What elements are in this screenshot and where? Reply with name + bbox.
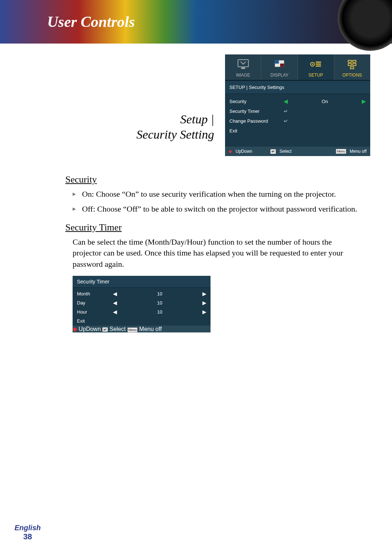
bullet-item: On: Choose “On” to use security verifica… [73,189,359,200]
svg-rect-13 [353,64,356,65]
tab-setup[interactable]: SETUP [298,54,334,80]
timer-item-action: ◀ 10 ▶ [113,300,206,306]
timer-item-hour[interactable]: Hour ◀ 10 ▶ [77,307,206,316]
subheading-security: Security [65,174,370,185]
arrow-right-icon[interactable]: ▶ [203,300,206,306]
osd-item-label: Security [229,99,284,104]
tab-display[interactable]: DISPLAY [261,54,298,80]
page-header: User Controls [0,0,392,44]
osd-item-label: Change Password [229,118,284,124]
timer-item-day[interactable]: Day ◀ 10 ▶ [77,298,206,307]
timer-item-action: ◀ 10 ▶ [113,291,206,297]
tab-options[interactable]: OPTIONS [334,54,370,80]
header-title: User Controls [47,13,135,30]
timer-item-month[interactable]: Month ◀ 10 ▶ [77,289,206,298]
timer-osd-legend: ◆ UpDown ↵ Select Menu Menu off [73,326,211,332]
timer-item-exit[interactable]: Exit [77,316,206,326]
timer-item-value: 10 [157,300,162,306]
timer-osd-items: Month ◀ 10 ▶ Day ◀ 10 ▶ Hour ◀ [73,288,211,326]
legend-select: Select [110,326,126,332]
arrow-right-icon[interactable]: ▶ [203,309,206,315]
osd-item-value: On [322,99,328,104]
timer-item-label: Hour [77,309,113,315]
osd-item-label: Exit [229,128,284,134]
osd-item-label: Security Timer [229,109,284,114]
legend-updown: UpDown [236,149,252,154]
osd-item-change-password[interactable]: Change Password ↵ [229,116,366,126]
svg-rect-4 [280,64,284,67]
tab-image[interactable]: IMAGE [225,54,261,80]
security-bullets: On: Choose “On” to use security verifica… [73,189,359,215]
setup-icon [298,57,334,72]
footer-page-number: 38 [15,532,41,541]
svg-rect-3 [275,60,279,64]
updown-icon: ◆ [229,149,232,154]
osd-tabs: IMAGE DISPLAY SETUP [225,54,370,81]
menu-key-icon: Menu [336,149,346,154]
timer-osd: Security Timer Month ◀ 10 ▶ Day ◀ 10 ▶ H [73,276,211,332]
svg-rect-0 [238,60,248,67]
osd-item-action: ↵ [284,118,366,124]
osd-item-security-timer[interactable]: Security Timer ↵ [229,106,366,116]
options-icon [334,57,370,72]
svg-point-6 [312,64,313,65]
svg-rect-7 [316,62,321,63]
osd-breadcrumb: SETUP | Security Settings [225,81,370,94]
legend-updown: UpDown [78,326,101,332]
arrow-right-icon[interactable]: ▶ [203,291,206,297]
page-content: Setup | Security Setting IMAGE DISPLAY [0,44,392,343]
arrow-left-icon[interactable]: ◀ [284,98,288,104]
tab-label: IMAGE [225,73,261,78]
lens-graphic [338,0,392,51]
bullet-item: Off: Choose “Off” to be able to switch o… [73,204,359,215]
legend-select: Select [279,149,291,154]
arrow-left-icon[interactable]: ◀ [113,300,117,306]
osd-item-action: ↵ [284,109,366,114]
legend-menuoff: Menu off [350,149,367,154]
osd-item-action: ◀ On ▶ [284,98,366,104]
tab-label: SETUP [298,73,334,78]
tab-label: DISPLAY [261,73,297,78]
subheading-security-timer: Security Timer [65,222,370,233]
timer-item-action: ◀ 10 ▶ [113,309,206,315]
enter-key-icon: ↵ [270,149,276,154]
timer-item-value: 10 [157,291,162,297]
osd-item-security[interactable]: Security ◀ On ▶ [229,96,366,106]
timer-item-value: 10 [157,309,162,315]
enter-icon: ↵ [284,118,288,124]
section-top-row: Setup | Security Setting IMAGE DISPLAY [44,54,370,156]
svg-rect-9 [316,66,321,67]
enter-key-icon: ↵ [102,327,108,332]
security-timer-paragraph: Can be select the time (Month/Day/Hour) … [73,237,359,270]
svg-rect-12 [348,64,352,65]
monitor-icon [225,57,261,72]
menu-key-icon: Menu [127,327,138,332]
timer-item-label: Exit [77,318,113,324]
svg-rect-8 [316,64,321,65]
svg-rect-1 [241,68,245,69]
arrow-right-icon[interactable]: ▶ [362,98,366,104]
tab-label: OPTIONS [334,73,370,78]
legend-menuoff: Menu off [139,326,162,332]
timer-osd-title: Security Timer [73,276,211,288]
osd-menu: IMAGE DISPLAY SETUP [225,54,370,156]
section-title: Setup | Security Setting [136,112,214,143]
updown-icon: ◆ [73,326,77,332]
timer-item-label: Day [77,300,113,306]
enter-icon: ↵ [284,109,288,114]
page-footer: English 38 [15,524,41,541]
svg-rect-11 [353,60,356,62]
osd-item-exit[interactable]: Exit [229,126,366,136]
osd-legend: ◆ UpDown ↵ Select Menu Menu off [225,147,370,156]
arrow-left-icon[interactable]: ◀ [113,309,117,315]
footer-language: English [15,524,41,532]
arrow-left-icon[interactable]: ◀ [113,291,117,297]
svg-rect-10 [348,60,352,62]
timer-item-label: Month [77,291,113,297]
osd-items: Security ◀ On ▶ Security Timer ↵ Change … [225,94,370,147]
svg-rect-14 [351,67,354,69]
display-icon [261,57,297,72]
